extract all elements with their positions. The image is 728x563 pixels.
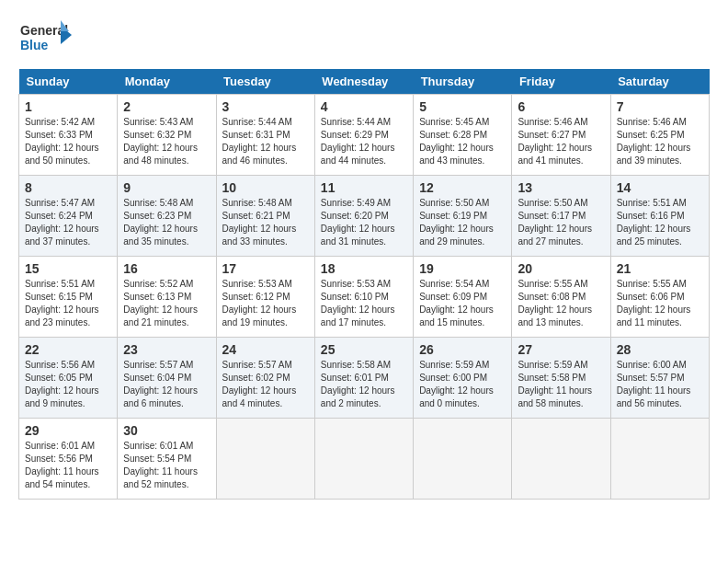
calendar-table: SundayMondayTuesdayWednesdayThursdayFrid…	[18, 69, 710, 500]
day-info: Sunrise: 5:43 AMSunset: 6:32 PMDaylight:…	[123, 116, 210, 167]
calendar-cell: 19Sunrise: 5:54 AMSunset: 6:09 PMDayligh…	[414, 257, 512, 338]
day-number: 17	[222, 261, 309, 276]
calendar-cell	[216, 419, 314, 500]
calendar-cell: 27Sunrise: 5:59 AMSunset: 5:58 PMDayligh…	[512, 338, 610, 419]
calendar-cell: 14Sunrise: 5:51 AMSunset: 6:16 PMDayligh…	[610, 176, 709, 257]
day-header-saturday: Saturday	[610, 69, 709, 95]
day-info: Sunrise: 5:48 AMSunset: 6:23 PMDaylight:…	[123, 197, 210, 248]
day-number: 21	[617, 261, 703, 276]
day-number: 25	[321, 342, 407, 357]
day-info: Sunrise: 5:55 AMSunset: 6:08 PMDaylight:…	[518, 278, 604, 329]
day-info: Sunrise: 6:01 AMSunset: 5:56 PMDaylight:…	[25, 440, 111, 491]
calendar-cell: 17Sunrise: 5:53 AMSunset: 6:12 PMDayligh…	[216, 257, 314, 338]
day-info: Sunrise: 6:01 AMSunset: 5:54 PMDaylight:…	[123, 440, 210, 491]
day-info: Sunrise: 5:59 AMSunset: 6:00 PMDaylight:…	[419, 359, 506, 410]
day-number: 9	[123, 180, 210, 195]
logo-svg: GeneralBlue	[18, 18, 74, 60]
page-header: GeneralBlue	[18, 18, 710, 60]
day-info: Sunrise: 5:45 AMSunset: 6:28 PMDaylight:…	[419, 116, 506, 167]
calendar-cell: 30Sunrise: 6:01 AMSunset: 5:54 PMDayligh…	[118, 419, 216, 500]
day-headers-row: SundayMondayTuesdayWednesdayThursdayFrid…	[19, 69, 710, 95]
day-number: 30	[123, 423, 210, 438]
day-info: Sunrise: 5:46 AMSunset: 6:27 PMDaylight:…	[518, 116, 604, 167]
day-number: 18	[321, 261, 407, 276]
week-row-3: 15Sunrise: 5:51 AMSunset: 6:15 PMDayligh…	[19, 257, 710, 338]
day-number: 27	[518, 342, 604, 357]
day-info: Sunrise: 5:50 AMSunset: 6:19 PMDaylight:…	[419, 197, 506, 248]
day-number: 10	[222, 180, 309, 195]
day-number: 14	[617, 180, 703, 195]
day-header-tuesday: Tuesday	[216, 69, 314, 95]
calendar-cell: 9Sunrise: 5:48 AMSunset: 6:23 PMDaylight…	[118, 176, 216, 257]
calendar-cell: 10Sunrise: 5:48 AMSunset: 6:21 PMDayligh…	[216, 176, 314, 257]
day-info: Sunrise: 5:55 AMSunset: 6:06 PMDaylight:…	[617, 278, 703, 329]
day-number: 20	[518, 261, 604, 276]
svg-text:Blue: Blue	[20, 38, 49, 52]
day-number: 8	[25, 180, 111, 195]
day-number: 12	[419, 180, 506, 195]
day-number: 28	[617, 342, 703, 357]
calendar-cell: 1Sunrise: 5:42 AMSunset: 6:33 PMDaylight…	[19, 95, 118, 176]
calendar-cell: 24Sunrise: 5:57 AMSunset: 6:02 PMDayligh…	[216, 338, 314, 419]
day-number: 3	[222, 99, 309, 114]
day-number: 11	[321, 180, 407, 195]
day-info: Sunrise: 5:57 AMSunset: 6:04 PMDaylight:…	[123, 359, 210, 410]
calendar-cell: 25Sunrise: 5:58 AMSunset: 6:01 PMDayligh…	[314, 338, 413, 419]
day-number: 29	[25, 423, 111, 438]
calendar-cell: 7Sunrise: 5:46 AMSunset: 6:25 PMDaylight…	[610, 95, 709, 176]
day-number: 4	[321, 99, 407, 114]
day-info: Sunrise: 5:52 AMSunset: 6:13 PMDaylight:…	[123, 278, 210, 329]
calendar-cell: 20Sunrise: 5:55 AMSunset: 6:08 PMDayligh…	[512, 257, 610, 338]
day-number: 16	[123, 261, 210, 276]
day-header-wednesday: Wednesday	[314, 69, 413, 95]
day-info: Sunrise: 5:53 AMSunset: 6:10 PMDaylight:…	[321, 278, 407, 329]
calendar-cell: 18Sunrise: 5:53 AMSunset: 6:10 PMDayligh…	[314, 257, 413, 338]
calendar-cell: 3Sunrise: 5:44 AMSunset: 6:31 PMDaylight…	[216, 95, 314, 176]
day-header-monday: Monday	[118, 69, 216, 95]
calendar-cell	[314, 419, 413, 500]
day-number: 5	[419, 99, 506, 114]
calendar-cell	[414, 419, 512, 500]
day-info: Sunrise: 5:54 AMSunset: 6:09 PMDaylight:…	[419, 278, 506, 329]
day-info: Sunrise: 5:42 AMSunset: 6:33 PMDaylight:…	[25, 116, 111, 167]
day-number: 6	[518, 99, 604, 114]
calendar-cell: 28Sunrise: 6:00 AMSunset: 5:57 PMDayligh…	[610, 338, 709, 419]
calendar-cell: 12Sunrise: 5:50 AMSunset: 6:19 PMDayligh…	[414, 176, 512, 257]
day-info: Sunrise: 5:44 AMSunset: 6:29 PMDaylight:…	[321, 116, 407, 167]
day-info: Sunrise: 5:51 AMSunset: 6:15 PMDaylight:…	[25, 278, 111, 329]
day-info: Sunrise: 5:56 AMSunset: 6:05 PMDaylight:…	[25, 359, 111, 410]
week-row-2: 8Sunrise: 5:47 AMSunset: 6:24 PMDaylight…	[19, 176, 710, 257]
week-row-1: 1Sunrise: 5:42 AMSunset: 6:33 PMDaylight…	[19, 95, 710, 176]
calendar-cell: 15Sunrise: 5:51 AMSunset: 6:15 PMDayligh…	[19, 257, 118, 338]
day-header-sunday: Sunday	[19, 69, 118, 95]
day-number: 19	[419, 261, 506, 276]
day-number: 2	[123, 99, 210, 114]
day-header-friday: Friday	[512, 69, 610, 95]
logo: GeneralBlue	[18, 18, 74, 60]
calendar-cell: 5Sunrise: 5:45 AMSunset: 6:28 PMDaylight…	[414, 95, 512, 176]
day-number: 13	[518, 180, 604, 195]
calendar-cell: 21Sunrise: 5:55 AMSunset: 6:06 PMDayligh…	[610, 257, 709, 338]
day-info: Sunrise: 5:47 AMSunset: 6:24 PMDaylight:…	[25, 197, 111, 248]
calendar-cell	[610, 419, 709, 500]
day-info: Sunrise: 5:58 AMSunset: 6:01 PMDaylight:…	[321, 359, 407, 410]
calendar-cell: 26Sunrise: 5:59 AMSunset: 6:00 PMDayligh…	[414, 338, 512, 419]
day-info: Sunrise: 5:49 AMSunset: 6:20 PMDaylight:…	[321, 197, 407, 248]
day-number: 22	[25, 342, 111, 357]
calendar-cell: 2Sunrise: 5:43 AMSunset: 6:32 PMDaylight…	[118, 95, 216, 176]
day-info: Sunrise: 5:44 AMSunset: 6:31 PMDaylight:…	[222, 116, 309, 167]
week-row-4: 22Sunrise: 5:56 AMSunset: 6:05 PMDayligh…	[19, 338, 710, 419]
day-info: Sunrise: 5:46 AMSunset: 6:25 PMDaylight:…	[617, 116, 703, 167]
calendar-cell: 6Sunrise: 5:46 AMSunset: 6:27 PMDaylight…	[512, 95, 610, 176]
day-info: Sunrise: 6:00 AMSunset: 5:57 PMDaylight:…	[617, 359, 703, 410]
day-number: 7	[617, 99, 703, 114]
calendar-cell	[512, 419, 610, 500]
day-number: 23	[123, 342, 210, 357]
day-info: Sunrise: 5:57 AMSunset: 6:02 PMDaylight:…	[222, 359, 309, 410]
day-info: Sunrise: 5:53 AMSunset: 6:12 PMDaylight:…	[222, 278, 309, 329]
calendar-cell: 11Sunrise: 5:49 AMSunset: 6:20 PMDayligh…	[314, 176, 413, 257]
calendar-cell: 29Sunrise: 6:01 AMSunset: 5:56 PMDayligh…	[19, 419, 118, 500]
day-number: 24	[222, 342, 309, 357]
day-info: Sunrise: 5:59 AMSunset: 5:58 PMDaylight:…	[518, 359, 604, 410]
calendar-cell: 16Sunrise: 5:52 AMSunset: 6:13 PMDayligh…	[118, 257, 216, 338]
